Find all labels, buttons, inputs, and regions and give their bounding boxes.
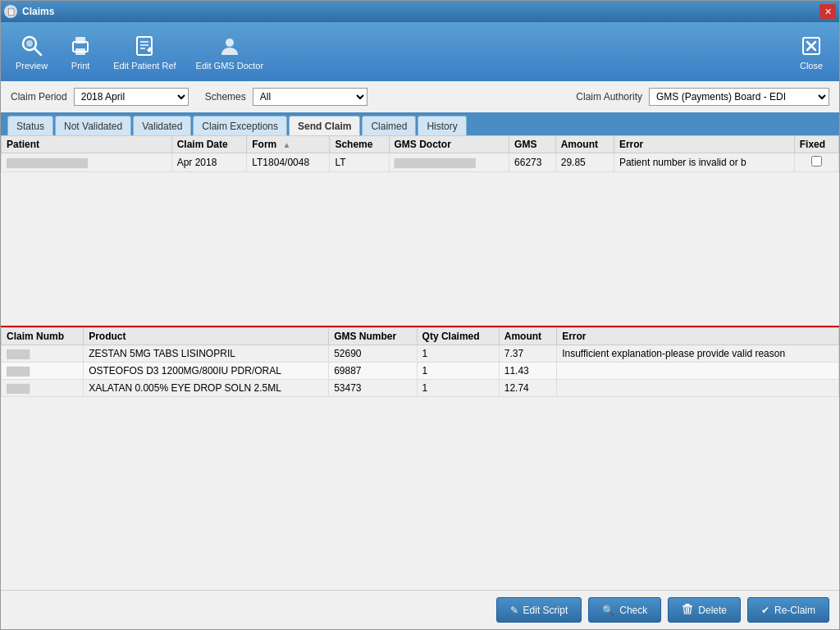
re-claim-button[interactable]: ✔ Re-Claim	[747, 597, 829, 623]
check-button[interactable]: 🔍 Check	[588, 597, 661, 623]
check-icon: 🔍	[602, 605, 614, 616]
svg-rect-15	[685, 604, 690, 605]
main-content: Patient Claim Date Form ▲ Scheme GMS Doc…	[1, 135, 839, 629]
col-patient[interactable]: Patient	[2, 136, 172, 153]
svg-point-11	[226, 39, 234, 47]
cell-amount: 29.85	[555, 153, 614, 172]
cell-product-1: OSTEOFOS D3 1200MG/800IU PDR/ORAL	[84, 363, 329, 380]
lower-table-row[interactable]: ████ XALATAN 0.005% EYE DROP SOLN 2.5ML …	[2, 380, 839, 397]
cell-error-1	[557, 363, 839, 380]
cell-scheme: LT	[330, 153, 389, 172]
col-error-lower[interactable]: Error	[557, 328, 839, 345]
col-gms-number[interactable]: GMS Number	[329, 328, 417, 345]
cell-patient: ██████████████	[2, 153, 172, 172]
toolbar-buttons: Preview Print	[7, 30, 272, 74]
tab-not-validated[interactable]: Not Validated	[55, 116, 131, 135]
preview-button[interactable]: Preview	[7, 30, 56, 74]
cell-form: LT1804/0048	[247, 153, 330, 172]
svg-rect-5	[75, 48, 85, 55]
cell-claim-date: Apr 2018	[171, 153, 247, 172]
schemes-select[interactable]: All	[253, 88, 368, 106]
tab-status[interactable]: Status	[7, 116, 53, 135]
lower-table: Claim Numb Product GMS Number Qty Claime…	[1, 327, 839, 397]
edit-script-label: Edit Script	[523, 605, 568, 616]
tab-send-claim[interactable]: Send Claim	[289, 116, 360, 135]
lower-table-row[interactable]: ████ OSTEOFOS D3 1200MG/800IU PDR/ORAL 6…	[2, 363, 839, 380]
svg-point-6	[75, 46, 77, 48]
form-area: Claim Period 2018 April Schemes All Clai…	[1, 81, 839, 112]
cell-qty-claimed-1: 1	[417, 363, 499, 380]
col-claim-date[interactable]: Claim Date	[171, 136, 247, 153]
cell-error-0: Insufficient explanation-please provide …	[557, 345, 839, 363]
col-fixed[interactable]: Fixed	[794, 136, 838, 153]
main-window: 📋 Claims ✕ Preview	[0, 0, 840, 630]
col-gms[interactable]: GMS	[509, 136, 556, 153]
edit-gms-doctor-button[interactable]: Edit GMS Doctor	[188, 30, 272, 74]
col-amount[interactable]: Amount	[555, 136, 614, 153]
col-gms-doctor[interactable]: GMS Doctor	[389, 136, 509, 153]
tab-claimed[interactable]: Claimed	[362, 116, 416, 135]
svg-rect-16	[682, 605, 692, 607]
cell-fixed	[794, 153, 838, 172]
delete-button[interactable]: Delete	[668, 597, 741, 623]
close-label: Close	[800, 61, 823, 71]
col-product[interactable]: Product	[84, 328, 329, 345]
col-scheme[interactable]: Scheme	[330, 136, 389, 153]
upper-section: Patient Claim Date Form ▲ Scheme GMS Doc…	[1, 135, 839, 327]
claim-period-row: Claim Period 2018 April	[11, 88, 189, 106]
claim-authority-select[interactable]: GMS (Payments) Board - EDI	[649, 88, 829, 106]
edit-patient-ref-label: Edit Patient Ref	[113, 61, 176, 71]
cell-claim-numb-2: ████	[2, 380, 84, 397]
tabs-bar: Status Not Validated Validated Claim Exc…	[1, 112, 839, 135]
cell-product-0: ZESTAN 5MG TABS LISINOPRIL	[84, 345, 329, 363]
delete-label: Delete	[698, 605, 727, 616]
lower-table-row[interactable]: ████ ZESTAN 5MG TABS LISINOPRIL 52690 1 …	[2, 345, 839, 363]
claim-authority-label: Claim Authority	[576, 91, 642, 103]
upper-table-header: Patient Claim Date Form ▲ Scheme GMS Doc…	[2, 136, 839, 153]
svg-rect-4	[75, 37, 85, 43]
tab-validated[interactable]: Validated	[133, 116, 191, 135]
cell-gms-number-0: 52690	[329, 345, 417, 363]
upper-table: Patient Claim Date Form ▲ Scheme GMS Doc…	[1, 135, 839, 172]
col-error[interactable]: Error	[614, 136, 794, 153]
cell-claim-numb-0: ████	[2, 345, 84, 363]
claim-period-select[interactable]: 2018 April	[74, 88, 189, 106]
lower-section: Claim Numb Product GMS Number Qty Claime…	[1, 327, 839, 590]
cell-qty-claimed-2: 1	[417, 380, 499, 397]
title-bar-left: 📋 Claims	[4, 5, 54, 18]
close-button[interactable]: Close	[790, 30, 833, 74]
upper-table-row[interactable]: ██████████████ Apr 2018 LT1804/0048 LT █…	[2, 153, 839, 172]
lower-table-container[interactable]: Claim Numb Product GMS Number Qty Claime…	[1, 327, 839, 491]
upper-table-container[interactable]: Patient Claim Date Form ▲ Scheme GMS Doc…	[1, 135, 839, 327]
lower-table-header: Claim Numb Product GMS Number Qty Claime…	[2, 328, 839, 345]
edit-script-button[interactable]: ✎ Edit Script	[496, 597, 582, 623]
cell-gms-doctor: ██████████████	[389, 153, 509, 172]
cell-gms: 66273	[509, 153, 556, 172]
col-form[interactable]: Form ▲	[247, 136, 330, 153]
claim-period-label: Claim Period	[11, 91, 67, 103]
print-button[interactable]: Print	[59, 30, 102, 74]
app-icon: 📋	[4, 5, 17, 18]
col-amount-lower[interactable]: Amount	[499, 328, 556, 345]
cell-error-2	[557, 380, 839, 397]
svg-point-2	[26, 40, 33, 47]
col-qty-claimed[interactable]: Qty Claimed	[417, 328, 499, 345]
cell-gms-number-2: 53473	[329, 380, 417, 397]
re-claim-label: Re-Claim	[774, 605, 815, 616]
print-label: Print	[71, 61, 90, 71]
edit-patient-ref-button[interactable]: Edit Patient Ref	[105, 30, 184, 74]
re-claim-icon: ✔	[761, 605, 769, 616]
window-title: Claims	[22, 6, 54, 17]
form-sort-arrow: ▲	[283, 140, 291, 149]
col-claim-numb[interactable]: Claim Numb	[2, 328, 84, 345]
bottom-bar: ✎ Edit Script 🔍 Check	[1, 590, 839, 629]
window-close-button[interactable]: ✕	[819, 4, 836, 19]
fixed-checkbox[interactable]	[811, 156, 822, 167]
tab-history[interactable]: History	[418, 116, 466, 135]
toolbar: Preview Print	[1, 22, 839, 81]
schemes-label: Schemes	[205, 91, 246, 103]
schemes-row: Schemes All	[205, 88, 368, 106]
cell-amount-0: 7.37	[499, 345, 556, 363]
delete-icon	[682, 603, 693, 617]
tab-claim-exceptions[interactable]: Claim Exceptions	[193, 116, 287, 135]
